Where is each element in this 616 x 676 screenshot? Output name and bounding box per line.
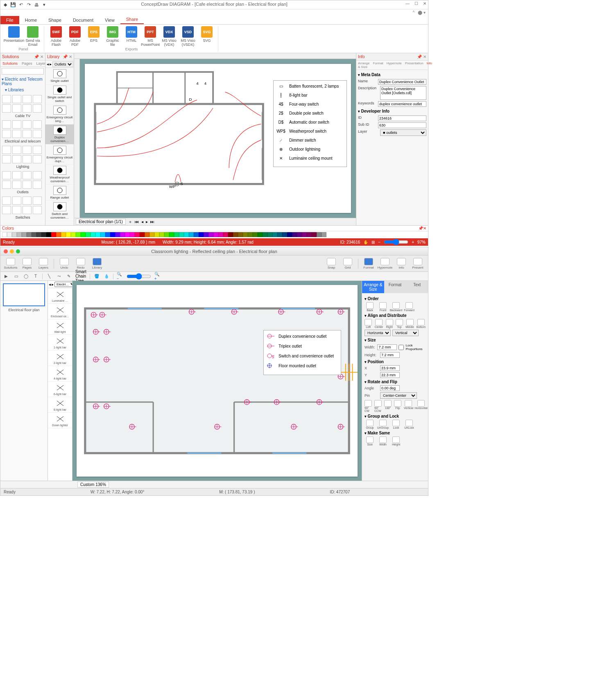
- library-item[interactable]: Single outlet: [45, 68, 74, 84]
- nav-back-icon[interactable]: ◂: [49, 282, 51, 287]
- info-tab-format[interactable]: Format: [371, 61, 385, 70]
- library-item[interactable]: Switch and convenien…: [45, 201, 74, 221]
- library-item[interactable]: Wall light: [48, 319, 72, 335]
- page-nav-last-icon[interactable]: ⏭: [150, 219, 154, 224]
- tab-shape[interactable]: Shape: [43, 16, 67, 24]
- panel-button[interactable]: UnGroup: [378, 420, 388, 429]
- color-swatch[interactable]: [91, 232, 95, 237]
- color-swatch[interactable]: [302, 232, 307, 237]
- width-input[interactable]: [377, 344, 397, 350]
- library-item[interactable]: Emergency circuit dupl…: [45, 145, 74, 165]
- close-icon[interactable]: ✕: [69, 54, 72, 59]
- toolbar-button[interactable]: Info: [394, 258, 409, 269]
- color-swatch[interactable]: [51, 232, 56, 237]
- color-swatch[interactable]: [66, 232, 71, 237]
- panel-button[interactable]: Bottom: [417, 319, 426, 328]
- library-item[interactable]: 2-light bar: [48, 350, 72, 366]
- toolbar-button[interactable]: Format: [361, 258, 376, 269]
- color-swatch[interactable]: [277, 232, 282, 237]
- panel-button[interactable]: Middle: [405, 319, 414, 328]
- library-item[interactable]: Emergency circuit sing…: [45, 104, 74, 124]
- pin-icon[interactable]: 📌: [417, 54, 422, 59]
- color-swatch[interactable]: [36, 232, 41, 237]
- color-swatch[interactable]: [125, 232, 130, 237]
- eyedropper-icon[interactable]: 💧: [103, 273, 110, 280]
- color-swatch[interactable]: [86, 232, 91, 237]
- pin-icon[interactable]: 📌: [418, 226, 423, 231]
- color-swatch[interactable]: [149, 232, 154, 237]
- page-thumbnail[interactable]: [3, 283, 45, 306]
- library-item[interactable]: 6-light bar: [48, 382, 72, 397]
- color-swatch[interactable]: [164, 232, 169, 237]
- tree-section[interactable]: ▾ Electric and Telecom Plans: [2, 77, 44, 86]
- y-input[interactable]: [380, 372, 400, 378]
- close-icon[interactable]: ✕: [40, 54, 43, 59]
- color-swatch[interactable]: [194, 232, 199, 237]
- color-swatch[interactable]: [184, 232, 189, 237]
- ribbon-button[interactable]: IMGGraphic file: [104, 26, 121, 47]
- toolbar-button[interactable]: Layers: [36, 258, 51, 269]
- zoom-in-icon[interactable]: +: [412, 240, 414, 244]
- panel-button[interactable]: UnLock: [404, 420, 414, 429]
- color-swatch[interactable]: [233, 232, 238, 237]
- mac-drawing-page[interactable]: Duplex convenience outletTriplex outlets…: [77, 285, 358, 477]
- color-swatch[interactable]: [263, 232, 267, 237]
- rtab-format[interactable]: Format: [384, 281, 406, 293]
- color-swatch[interactable]: [292, 232, 297, 237]
- pin-icon[interactable]: 📌: [34, 54, 39, 59]
- close-icon[interactable]: ✕: [423, 54, 426, 59]
- zoom-slider[interactable]: [384, 239, 408, 245]
- panel-button[interactable]: Left: [365, 319, 372, 328]
- color-swatch[interactable]: [81, 232, 86, 237]
- connector-tool-icon[interactable]: ⤳: [56, 273, 62, 280]
- rtab-arrange[interactable]: Arrange & Size: [362, 281, 384, 293]
- lock-prop-checkbox[interactable]: [399, 345, 404, 350]
- zoom-out-icon[interactable]: 🔍−: [117, 273, 123, 280]
- dev-info-header[interactable]: ▾ Developer Info: [358, 108, 426, 114]
- panel-button[interactable]: Top: [396, 319, 403, 328]
- nav-back-icon[interactable]: ◂: [47, 62, 49, 66]
- color-swatch[interactable]: [199, 232, 204, 237]
- color-swatch[interactable]: [272, 232, 277, 237]
- toolbar-button[interactable]: Pages: [19, 258, 35, 269]
- library-item[interactable]: Duplex convenien…: [45, 124, 74, 145]
- panel-button[interactable]: Center: [374, 319, 383, 328]
- close-button[interactable]: ✕: [423, 1, 426, 6]
- status-icon[interactable]: ⊞: [371, 240, 375, 244]
- panel-button[interactable]: 90° CCW: [374, 400, 382, 412]
- name-input[interactable]: [378, 79, 426, 85]
- layer-select[interactable]: ■ outlets: [380, 129, 426, 136]
- status-icon[interactable]: ✋: [363, 240, 368, 244]
- ellipse-tool-icon[interactable]: ◯: [23, 273, 29, 280]
- zoom-out-icon[interactable]: −: [378, 240, 380, 244]
- pin-select[interactable]: Center-Center: [380, 392, 417, 399]
- mode-chain[interactable]: Chain: [75, 274, 86, 278]
- color-swatch[interactable]: [223, 232, 228, 237]
- panel-button[interactable]: Front: [378, 302, 388, 312]
- keywords-input[interactable]: [378, 101, 426, 107]
- position-header[interactable]: ▾ Position: [365, 359, 426, 364]
- library-item[interactable]: Range outlet: [45, 185, 74, 201]
- color-swatch[interactable]: [248, 232, 253, 237]
- library-item[interactable]: Down lighter: [48, 413, 72, 428]
- toolbar-button[interactable]: Library: [89, 258, 105, 269]
- rotate-header[interactable]: ▾ Rotate and Flip: [365, 380, 426, 384]
- subid-input[interactable]: [378, 122, 426, 128]
- height-input[interactable]: [380, 352, 400, 358]
- text-tool-icon[interactable]: T: [32, 273, 39, 280]
- ribbon-button[interactable]: Send via Email: [24, 26, 41, 47]
- help-icon[interactable]: ⬤ ▾: [418, 10, 426, 15]
- same-header[interactable]: ▾ Make Same: [365, 431, 426, 435]
- pin-icon[interactable]: 📌: [63, 54, 68, 59]
- toolbar-button[interactable]: Grid: [340, 258, 356, 269]
- info-tab-info[interactable]: Info: [425, 61, 434, 70]
- ribbon-button[interactable]: PDFAdobe PDF: [66, 26, 84, 47]
- color-swatch[interactable]: [238, 232, 243, 237]
- id-input[interactable]: [378, 115, 426, 121]
- panel-button[interactable]: Lock: [391, 420, 401, 429]
- align-v-select[interactable]: Vertical: [392, 330, 419, 336]
- toolbar-button[interactable]: Snap: [324, 258, 339, 269]
- color-swatch[interactable]: [312, 232, 317, 237]
- info-tab-hypernote[interactable]: Hypernote: [385, 61, 403, 70]
- mode-smart[interactable]: Smart: [75, 269, 86, 274]
